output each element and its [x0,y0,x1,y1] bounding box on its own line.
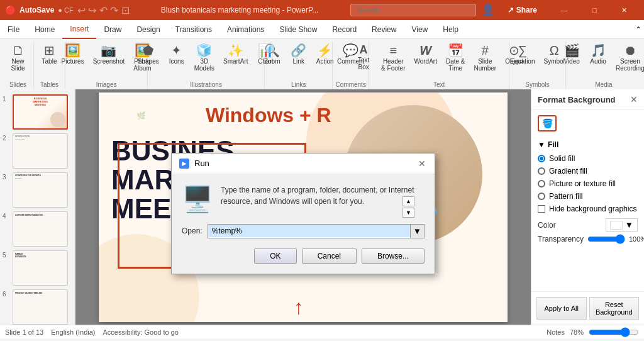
ribbon-group-label-comments: Comments [336,80,366,89]
scroll-up-button[interactable]: ▲ [402,196,414,206]
hide-background-label: Hide background graphics [549,204,636,213]
ribbon-item-slide-number[interactable]: # SlideNumber [470,42,501,74]
hide-background-option[interactable]: Hide background graphics [538,204,638,213]
fill-option-picture[interactable]: Picture or texture fill [538,179,638,188]
fill-option-solid[interactable]: Solid fill [538,154,638,163]
ribbon-item-video[interactable]: 🎬 Video [559,42,584,67]
radio-solid [538,155,545,162]
run-dialog-overlay: ▶ Run ✕ 🖥️ Type the name of a program, f… [99,92,508,322]
tab-file[interactable]: File [0,20,27,39]
ribbon-group-illustrations: ⬟ Shapes ✦ Icons 🧊 3DModels ✨ SmartArt 📊… [148,42,265,89]
format-background-panel: Format Background ✕ 🪣 ▼ Fill Solid fill … [531,89,644,325]
minimize-button[interactable]: — [550,0,579,20]
tab-record[interactable]: Record [325,20,364,39]
radio-pattern [538,193,545,200]
ribbon-item-new-slide[interactable]: 🗋 NewSlide [6,42,31,74]
ribbon-item-smartart[interactable]: ✨ SmartArt [219,42,252,67]
ribbon-content: 🗋 NewSlide Slides ⊞ Table Tables 🖼️ Pict… [0,39,644,89]
tab-view[interactable]: View [404,20,435,39]
fill-picture-label: Picture or texture fill [549,179,616,188]
3d-models-icon: 🧊 [196,44,212,57]
ribbon-item-icons[interactable]: ✦ Icons [164,42,189,67]
fill-option-gradient[interactable]: Gradient fill [538,167,638,176]
notes-button[interactable]: Notes [547,328,565,336]
ribbon-item-wordart[interactable]: W WordArt [410,42,441,67]
search-input[interactable] [350,4,476,16]
icons-icon: ✦ [171,44,182,57]
ribbon-item-header-footer[interactable]: ≡ Header& Footer [377,42,409,74]
tab-slideshow[interactable]: Slide Show [272,20,325,39]
run-dropdown-button[interactable]: ▼ [410,225,424,238]
slide-preview-2[interactable]: INTRODUCTIONOverview content [13,133,68,169]
fill-option-pattern[interactable]: Pattern fill [538,192,638,201]
reset-background-button[interactable]: Reset Background [589,297,640,320]
ribbon-item-link[interactable]: 🔗 Link [286,42,311,67]
scroll-down-button[interactable]: ▼ [402,208,414,218]
format-bg-close-button[interactable]: ✕ [630,94,638,104]
ribbon-item-shapes[interactable]: ⬟ Shapes [134,42,163,67]
audio-icon: 🎵 [591,44,606,57]
zoom-slider[interactable] [589,327,639,337]
action-icon: ⚡ [317,44,333,57]
format-fill-section: ▼ Fill Solid fill Gradient fill Picture … [531,137,644,253]
format-bg-footer: Apply to All Reset Background [531,291,644,325]
slide-thumb-3[interactable]: 3 STRATEGIES FOR GROWTHKey points [3,172,72,208]
slide-preview-6[interactable]: PRODUCT LAUNCH TIMELINE [13,289,68,325]
ribbon-item-pictures[interactable]: 🖼️ Pictures [58,42,88,67]
tab-animations[interactable]: Animations [219,20,272,39]
main-layout: 1 BUSINESSMARKETINGMEETING 2 INTRODUCTIO… [0,89,644,325]
slide-thumb-6[interactable]: 6 PRODUCT LAUNCH TIMELINE [3,289,72,325]
title-bar-left: 🔴 AutoSave ● CF ↩ ↪ ↶ ↷ ⊡ [5,4,130,16]
color-dropdown-icon: ▼ [625,220,633,230]
ribbon-item-textbox[interactable]: A TextBox [351,42,376,73]
accessibility-info: Accessibility: Good to go [103,328,178,336]
run-dialog-close-button[interactable]: ✕ [417,159,427,169]
transparency-label: Transparency [538,235,584,243]
ribbon-item-equation[interactable]: ∑ Equation [506,42,538,67]
maximize-button[interactable]: □ [580,0,609,20]
slide-preview-5[interactable]: MARKETEXPANSION [13,250,68,286]
tab-review[interactable]: Review [364,20,404,39]
tab-draw[interactable]: Draw [96,20,129,39]
ribbon-item-audio[interactable]: 🎵 Audio [586,42,611,67]
transparency-slider[interactable] [587,234,625,244]
ribbon-item-screenshot[interactable]: 📷 Screenshot [89,42,129,67]
slide-thumb-4[interactable]: 4 CURRENT MARKET ANALYSIS [3,211,72,247]
run-cancel-button[interactable]: Cancel [302,249,357,264]
color-row: Color ▼ [538,218,638,232]
color-label: Color [538,221,556,230]
slide-thumb-5[interactable]: 5 MARKETEXPANSION [3,250,72,286]
ribbon-item-zoom[interactable]: 🔍 Zoom [260,42,285,67]
run-open-input[interactable] [208,225,410,237]
wordart-icon: W [419,44,431,57]
run-browse-button[interactable]: Browse... [362,249,425,264]
slide-thumb-2[interactable]: 2 INTRODUCTIONOverview content [3,133,72,169]
tab-transitions[interactable]: Transitions [168,20,219,39]
tab-design[interactable]: Design [129,20,167,39]
ribbon-item-3d-models[interactable]: 🧊 3DModels [191,42,218,74]
slide-scroll-nav: ▲ ▼ [402,196,414,218]
close-button[interactable]: ✕ [610,0,639,20]
equation-icon: ∑ [518,44,527,57]
slide-preview-4[interactable]: CURRENT MARKET ANALYSIS [13,211,68,247]
language-info: English (India) [51,328,95,336]
color-picker-button[interactable]: ▼ [606,218,638,232]
run-ok-button[interactable]: OK [254,249,296,264]
slide-thumb-1[interactable]: 1 BUSINESSMARKETINGMEETING [3,94,72,130]
apply-to-all-button[interactable]: Apply to All [536,297,587,320]
format-bg-header: Format Background ✕ [531,89,644,110]
ribbon-item-datetime[interactable]: 📅 Date &Time [442,42,469,74]
radio-gradient [538,167,545,175]
app-name: AutoSave [19,6,54,14]
share-button[interactable]: ↗ Share [500,3,545,17]
run-open-row: Open: ▼ [182,224,425,238]
transparency-row: Transparency 100% [538,234,638,244]
slide-preview-1[interactable]: BUSINESSMARKETINGMEETING [13,94,68,130]
tab-insert[interactable]: Insert [62,20,96,39]
tab-help[interactable]: Help [435,20,466,39]
ribbon-collapse-btn[interactable]: ⌃ [635,25,641,34]
tab-home[interactable]: Home [27,20,62,39]
slide-preview-3[interactable]: STRATEGIES FOR GROWTHKey points [13,172,68,208]
hide-background-checkbox[interactable] [538,205,545,213]
ribbon-item-screen-recording[interactable]: ⏺ ScreenRecording [612,42,644,74]
